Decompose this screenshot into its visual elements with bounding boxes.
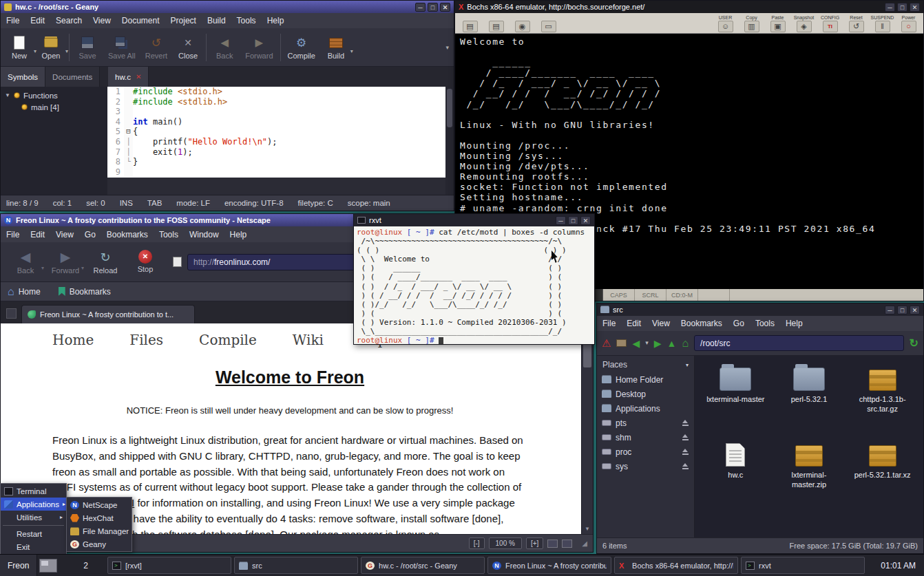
geany-titlebar[interactable]: hw.c - /root/src - Geany ─ □ ✕ <box>1 1 454 13</box>
config-button[interactable]: CONFIGTI <box>819 15 841 32</box>
file-item-perl-5-32-1-tar-xz[interactable]: perl-5.32.1.tar.xz <box>846 440 919 513</box>
task-button--rxvt-[interactable]: [rxvt] <box>107 557 231 574</box>
task-button-rxvt[interactable]: rxvt <box>741 557 865 574</box>
warning-icon[interactable] <box>602 338 611 348</box>
caret-down-icon[interactable]: ▾ <box>81 265 84 271</box>
menu-item-bookmarks[interactable]: Bookmarks <box>101 227 154 242</box>
minimize-button[interactable]: ─ <box>415 3 426 12</box>
rxvt-titlebar[interactable]: rxvt ─ □ ✕ <box>354 214 594 226</box>
nav-link-home[interactable]: Home <box>52 332 94 348</box>
up-icon[interactable] <box>667 339 677 348</box>
home-icon[interactable] <box>682 338 689 349</box>
menu-item-file[interactable]: File <box>1 13 25 28</box>
close-button[interactable]: ✕ <box>910 3 920 12</box>
open-button[interactable]: Open▾ <box>35 33 67 61</box>
menu-item-utilities[interactable]: Utilities▸ <box>1 511 66 524</box>
scroll-down-icon[interactable]: ▼ <box>582 526 593 532</box>
tree-expander-icon[interactable]: ▼ <box>5 92 10 98</box>
save-all-button[interactable]: Save All <box>103 33 140 61</box>
menu-item-netscape[interactable]: NetScape <box>67 498 132 511</box>
bookmark-bookmarks[interactable]: Bookmarks <box>59 287 111 297</box>
toolbar-overflow-icon[interactable]: ▾ <box>445 44 451 51</box>
menu-item-edit[interactable]: Edit <box>25 227 50 242</box>
back-button[interactable]: Back <box>209 33 240 61</box>
menu-item-help[interactable]: Help <box>262 13 290 28</box>
forward-button[interactable]: Forward▾ <box>46 250 85 275</box>
suspend-button[interactable]: SUSPEND‖ <box>871 15 894 32</box>
archive-tool-icon[interactable] <box>616 339 627 347</box>
zoom-in-button[interactable]: [+] <box>526 537 543 549</box>
file-item-chttpd-1-3-1b-src-tar-gz[interactable]: chttpd-1.3.1b-src.tar.gz <box>846 364 919 437</box>
menu-item-bookmarks[interactable]: Bookmarks <box>675 316 728 331</box>
menu-item-file-manager[interactable]: File Manager <box>67 524 132 537</box>
browser-tab[interactable]: Freon Linux ~ A frosty contribution to t… <box>21 305 195 323</box>
nav-link-compile[interactable]: Compile <box>199 332 257 348</box>
place-desktop[interactable]: Desktop <box>597 387 694 401</box>
place-proc[interactable]: proc <box>597 445 694 459</box>
file-item-perl-5-32-1[interactable]: perl-5.32.1 <box>773 364 846 437</box>
place-applications[interactable]: Applications <box>597 401 694 416</box>
symbols-tree-item[interactable]: main [4] <box>5 101 103 113</box>
page-scrollbar[interactable]: ▼ <box>581 323 593 534</box>
resize-grip-icon[interactable]: ◢ <box>582 540 587 547</box>
file-item-lxterminal-master[interactable]: lxterminal-master <box>699 364 773 437</box>
back-button[interactable]: Back▾ <box>6 250 45 275</box>
minimize-button[interactable]: ─ <box>885 3 895 12</box>
place-shm[interactable]: shm <box>597 430 694 445</box>
menu-item-file[interactable]: File <box>597 316 621 331</box>
mouse-button[interactable]: ▭ <box>537 15 560 32</box>
menu-item-restart[interactable]: Restart <box>1 527 66 540</box>
menu-item-project[interactable]: Project <box>165 13 202 28</box>
bookmark-home[interactable]: Home <box>8 286 41 298</box>
back-icon[interactable] <box>632 339 640 348</box>
eject-icon[interactable] <box>682 420 689 427</box>
menu-item-tools[interactable]: Tools <box>750 316 780 331</box>
new-button[interactable]: New▾ <box>3 33 35 61</box>
eject-icon[interactable] <box>682 434 689 441</box>
task-button-freon-linux-a-frosty-contributi[interactable]: Freon Linux ~ A frosty contributi <box>487 557 611 574</box>
forward-icon[interactable] <box>654 339 662 348</box>
close-button[interactable]: ✕ <box>440 3 450 12</box>
close-button[interactable]: ✕ <box>580 216 591 225</box>
tab-list-icon[interactable] <box>6 308 17 319</box>
maximize-button[interactable]: □ <box>897 3 907 12</box>
reload-button[interactable]: Reload <box>86 250 125 275</box>
refresh-icon[interactable] <box>910 338 918 349</box>
cdrom-button[interactable]: ◉ <box>511 15 534 32</box>
caret-down-icon[interactable]: ▾ <box>65 48 68 54</box>
reset-button[interactable]: Reset↺ <box>845 15 868 32</box>
menu-item-view[interactable]: View <box>647 316 675 331</box>
menu-item-terminal[interactable]: Terminal <box>1 484 66 498</box>
menu-item-build[interactable]: Build <box>202 13 231 28</box>
close-button[interactable]: Close <box>172 33 204 61</box>
power-button[interactable]: Power○ <box>897 15 920 32</box>
menu-item-hexchat[interactable]: HexChat <box>67 511 132 524</box>
menu-item-document[interactable]: Document <box>116 13 165 28</box>
places-header[interactable]: Places ▾ <box>597 357 694 372</box>
eject-icon[interactable] <box>682 463 689 470</box>
tab-documents[interactable]: Documents <box>45 67 100 87</box>
floppy-b-button[interactable]: ▤ <box>485 15 507 32</box>
menu-item-window[interactable]: Window <box>184 227 224 242</box>
menu-item-applications[interactable]: Applications▸ <box>1 498 66 511</box>
freon-menu-button[interactable]: Freon <box>0 555 37 576</box>
menu-item-tools[interactable]: Tools <box>154 227 184 242</box>
window-split-icon[interactable] <box>562 540 572 548</box>
forward-button[interactable]: Forward <box>240 33 277 61</box>
workspace-pager[interactable] <box>39 559 57 573</box>
code-area[interactable]: 1#include <stdio.h>2#include <stdlib.h>3… <box>107 87 445 178</box>
path-field[interactable]: /root/src <box>694 335 904 351</box>
stop-button[interactable]: Stop <box>126 250 165 275</box>
menu-item-help[interactable]: Help <box>780 316 808 331</box>
revert-button[interactable]: Revert <box>140 33 172 61</box>
minimize-button[interactable]: ─ <box>556 216 566 225</box>
compile-button[interactable]: Compile <box>283 33 320 61</box>
zoom-out-button[interactable]: [-] <box>469 537 485 549</box>
menu-item-search[interactable]: Search <box>50 13 87 28</box>
tab-symbols[interactable]: Symbols <box>1 67 45 87</box>
task-button-bochs-x86-64-emulator-http-bo[interactable]: Bochs x86-64 emulator, http://bo <box>614 557 738 574</box>
menu-item-edit[interactable]: Edit <box>621 316 647 331</box>
terminal-output[interactable]: root@linux [ ~ ]# cat /etc/motd | boxes … <box>354 226 594 344</box>
menu-item-geany[interactable]: Geany <box>67 537 132 551</box>
maximize-button[interactable]: □ <box>897 306 907 314</box>
